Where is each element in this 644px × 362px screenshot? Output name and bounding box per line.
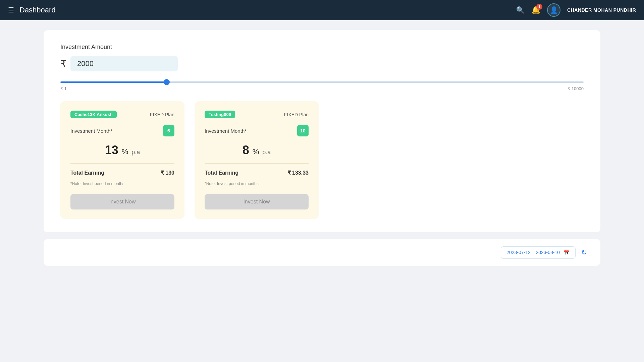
invest-now-button-2[interactable]: Invest Now (205, 194, 309, 209)
card-2-divider (205, 163, 309, 164)
card-2-rate: 8 % p.a (205, 143, 309, 157)
card-2-header: Testing009 FIXED Plan (205, 111, 309, 118)
card-1-rate-pa: p.a (131, 149, 140, 156)
user-name: CHANDER MOHAN PUNDHIR (567, 7, 636, 13)
avatar: 👤 (547, 3, 560, 17)
card-1-earning-label: Total Earning (70, 170, 104, 176)
invest-card-2: Testing009 FIXED Plan Investment Month* … (195, 101, 319, 219)
rupee-symbol: ₹ (60, 58, 66, 69)
card-1-plan: FIXED Plan (150, 112, 174, 117)
calendar-icon: 📅 (563, 249, 570, 256)
investment-amount-label: Investment Amount (60, 44, 584, 51)
card-1-note: *Note: Invest period in months (70, 181, 174, 186)
menu-icon[interactable]: ☰ (8, 6, 14, 14)
card-2-rate-number: 8 (243, 143, 249, 157)
header-right: 🔍 🔔 1 👤 CHANDER MOHAN PUNDHIR (516, 3, 636, 17)
card-2-earning-row: Total Earning ₹ 133.33 (205, 170, 309, 176)
search-icon[interactable]: 🔍 (516, 6, 525, 14)
card-2-month-row: Investment Month* 10 (205, 125, 309, 136)
slider-min-label: ₹ 1 (60, 86, 67, 91)
card-2-month-label: Investment Month* (205, 128, 247, 134)
invest-now-button-1[interactable]: Invest Now (70, 194, 174, 209)
card-2-rate-unit: % (253, 147, 259, 156)
investment-cards: Cashe13K Ankush FIXED Plan Investment Mo… (60, 101, 584, 219)
page-title: Dashboard (19, 6, 56, 14)
amount-row: ₹ (60, 56, 584, 71)
slider-max-label: ₹ 10000 (568, 86, 584, 91)
card-2-earning-value: ₹ 133.33 (287, 170, 309, 176)
card-2-rate-pa: p.a (262, 149, 271, 156)
card-1-divider (70, 163, 174, 164)
card-1-month-row: Investment Month* 6 (70, 125, 174, 136)
investment-panel: Investment Amount ₹ ₹ 1 ₹ 10000 Cashe13K… (44, 30, 600, 232)
card-1-rate-unit: % (122, 147, 128, 156)
date-range-picker[interactable]: 2023-07-12 – 2023-08-10 📅 (501, 246, 576, 259)
refresh-icon[interactable]: ↻ (581, 248, 587, 257)
card-1-rate-number: 13 (105, 143, 118, 157)
card-2-month-value: 10 (297, 125, 309, 136)
card-1-earning-value: ₹ 130 (161, 170, 174, 176)
main-content: Investment Amount ₹ ₹ 1 ₹ 10000 Cashe13K… (0, 20, 644, 276)
card-1-rate: 13 % p.a (70, 143, 174, 157)
card-2-plan: FIXED Plan (284, 112, 309, 117)
user-icon: 👤 (550, 6, 558, 14)
notification-button[interactable]: 🔔 1 (531, 6, 540, 14)
investment-slider[interactable] (60, 81, 584, 83)
invest-card-1: Cashe13K Ankush FIXED Plan Investment Mo… (60, 101, 184, 219)
notification-badge: 1 (536, 4, 542, 10)
bottom-section: 2023-07-12 – 2023-08-10 📅 ↻ (44, 239, 600, 266)
slider-labels: ₹ 1 ₹ 10000 (60, 86, 584, 91)
header: ☰ Dashboard 🔍 🔔 1 👤 CHANDER MOHAN PUNDHI… (0, 0, 644, 20)
card-1-tag: Cashe13K Ankush (70, 111, 117, 118)
amount-input[interactable] (70, 56, 178, 71)
date-range-text: 2023-07-12 – 2023-08-10 (506, 250, 560, 255)
card-2-note: *Note: Invest period in months (205, 181, 309, 186)
header-left: ☰ Dashboard (8, 6, 56, 14)
card-1-header: Cashe13K Ankush FIXED Plan (70, 111, 174, 118)
card-2-tag: Testing009 (205, 111, 235, 118)
slider-container: ₹ 1 ₹ 10000 (60, 78, 584, 91)
card-2-earning-label: Total Earning (205, 170, 238, 176)
card-1-month-label: Investment Month* (70, 128, 112, 134)
card-1-month-value: 6 (163, 125, 174, 136)
card-1-earning-row: Total Earning ₹ 130 (70, 170, 174, 176)
